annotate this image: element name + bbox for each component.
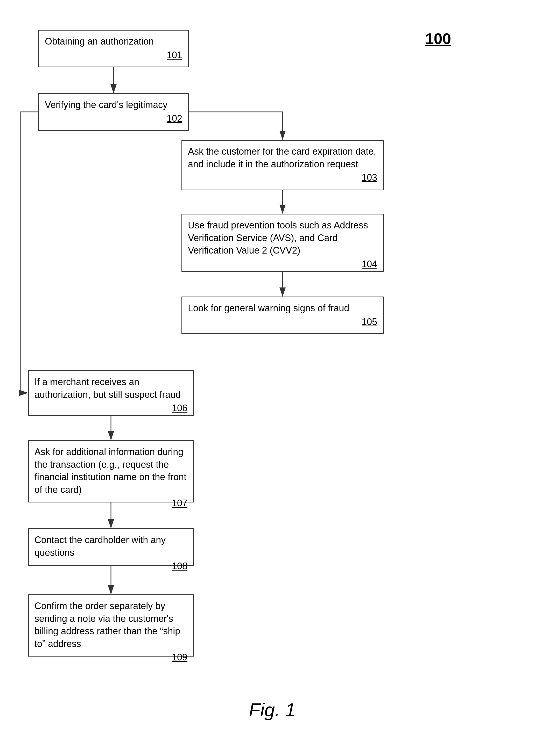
box-106-text: If a merchant receives an authorization,… [35, 377, 181, 400]
box-109: Confirm the order separately by sending … [28, 595, 194, 657]
box-103-ref: 103 [188, 172, 377, 184]
box-108: Contact the cardholder with any question… [28, 528, 194, 566]
box-101: Obtaining an authorization 101 [38, 30, 189, 67]
box-106: If a merchant receives an authorization,… [28, 370, 194, 416]
box-101-text: Obtaining an authorization [45, 36, 154, 47]
box-107: Ask for additional information during th… [28, 440, 194, 503]
diagram-container: 100 Obtaining an authorization 101 Verif… [0, 0, 555, 756]
box-102-text: Verifying the card's legitimacy [45, 99, 167, 110]
box-103-text: Ask the customer for the card expiration… [188, 146, 376, 170]
box-108-ref: 108 [35, 560, 187, 573]
box-102: Verifying the card's legitimacy 102 [38, 93, 189, 131]
box-105-text: Look for general warning signs of fraud [188, 303, 349, 314]
box-108-text: Contact the cardholder with any question… [35, 534, 166, 558]
box-106-ref: 106 [35, 402, 187, 415]
box-104-ref: 104 [188, 258, 377, 271]
box-105-ref: 105 [188, 316, 377, 328]
fig-label: Fig. 1 [207, 699, 337, 720]
box-107-ref: 107 [35, 497, 187, 510]
box-109-text: Confirm the order separately by sending … [35, 601, 180, 649]
box-105: Look for general warning signs of fraud … [181, 296, 384, 334]
box-104: Use fraud prevention tools such as Addre… [181, 214, 384, 272]
box-109-ref: 109 [35, 651, 187, 664]
box-107-text: Ask for additional information during th… [35, 446, 186, 495]
patent-number: 100 [425, 30, 451, 48]
box-102-ref: 102 [45, 112, 182, 125]
box-103: Ask the customer for the card expiration… [181, 140, 384, 190]
box-101-ref: 101 [45, 49, 182, 62]
box-104-text: Use fraud prevention tools such as Addre… [188, 220, 368, 255]
